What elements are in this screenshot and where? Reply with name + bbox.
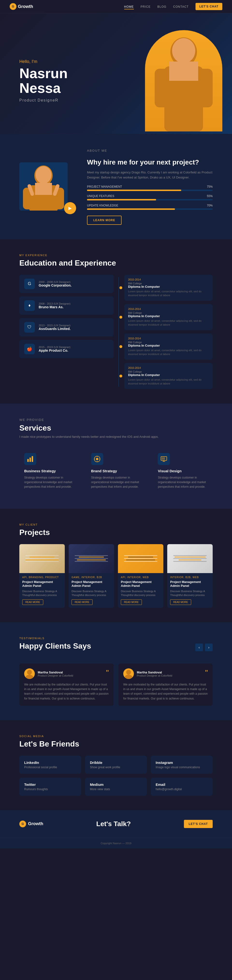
job-item-2: 🛡 2013 - 2015 (UX Designer) AssGuards Li… bbox=[19, 318, 114, 336]
job-company-0: Google Corporation. bbox=[39, 283, 72, 287]
skill-value-3: 70% bbox=[207, 204, 213, 207]
about-person-svg bbox=[22, 162, 65, 210]
skill-fill-2 bbox=[87, 199, 156, 200]
service-desc-2: Strategy develops customer in organizati… bbox=[158, 476, 208, 489]
job-list: G 2000 - 2008 (UX Designer) Google Corpo… bbox=[19, 275, 114, 389]
footer-brand-name: Growth bbox=[28, 821, 43, 826]
service-desc-1: Strategy develops customer in organizati… bbox=[91, 476, 141, 489]
hero-name: Nasrun Nessa bbox=[19, 66, 121, 95]
service-desc-0: Strategy develops customer in organizati… bbox=[24, 476, 74, 489]
job-item-1: ♦ 2008 - 2013 (UX Designer) Bruno Mars A… bbox=[19, 296, 114, 315]
project-readmore-2[interactable]: READ MORE bbox=[121, 600, 142, 605]
footer-cta-heading: Let's Talk? bbox=[96, 820, 131, 828]
testimonials-label: TESTIMONIALS bbox=[19, 637, 91, 640]
edu-item-2: 2010-2014 BM College Diploma In Computer… bbox=[124, 334, 213, 360]
learn-more-button[interactable]: LEARN MORE bbox=[87, 216, 122, 225]
testimonials-nav: ‹ › bbox=[195, 644, 213, 651]
edu-school-3: BM College bbox=[128, 370, 209, 373]
edu-desc-3: Lorem ipsum dolor sit amet, consectetur … bbox=[128, 378, 209, 386]
svg-point-27 bbox=[27, 670, 32, 675]
logo[interactable]: G Growth bbox=[10, 3, 33, 10]
play-button[interactable]: ▶ bbox=[64, 202, 76, 214]
social-dribble-handle: Show great work profile bbox=[90, 765, 142, 769]
social-medium[interactable]: Medium More view stats bbox=[85, 778, 147, 796]
social-grid: LinkedIn Professional social profile Dri… bbox=[19, 756, 213, 796]
experience-grid: G 2000 - 2008 (UX Designer) Google Corpo… bbox=[19, 275, 213, 389]
job-item-3: 🍎 2015 - 2019 (UX Designer) Apple Produc… bbox=[19, 340, 114, 358]
social-dribble-name: Dribble bbox=[90, 760, 142, 765]
education-list: 2010-2014 BM College Diploma In Computer… bbox=[118, 275, 213, 389]
hero-name-line1: Nasrun bbox=[19, 65, 68, 81]
social-linkedin-handle: Professional social profile bbox=[24, 765, 76, 769]
testi-role-1: Product Designer at Colorfield bbox=[137, 674, 172, 677]
job-icon-2: 🛡 bbox=[24, 322, 35, 332]
nav-links: HOME PRICE BLOG CONTACT LET'S CHAT bbox=[124, 3, 222, 10]
svg-point-30 bbox=[125, 675, 133, 679]
about-heading: Why hire me for your next project? bbox=[87, 158, 213, 166]
hero-greeting: Hello, I'm bbox=[19, 59, 121, 64]
service-item-0: Business Strategy Strategy develops cust… bbox=[19, 448, 79, 494]
testimonials-prev-button[interactable]: ‹ bbox=[195, 644, 203, 651]
edu-item-1: 2010-2014 BM College Diploma In Computer… bbox=[124, 304, 213, 330]
social-email-handle: hello@growth.digital bbox=[156, 788, 208, 791]
about-section: ▶ ABOUT ME Why hire me for your next pro… bbox=[0, 134, 232, 239]
project-title-2: Project Management Admin Panel bbox=[121, 580, 160, 588]
svg-point-4 bbox=[172, 38, 195, 63]
skill-update-knowledge: UPDATE KNOWLEDGE 70% bbox=[87, 204, 213, 210]
skill-value-1: 75% bbox=[207, 185, 213, 188]
skill-fill-3 bbox=[87, 208, 175, 210]
nav-blog[interactable]: BLOG bbox=[157, 5, 166, 8]
svg-rect-5 bbox=[169, 62, 198, 81]
testi-avatar-0 bbox=[24, 668, 35, 679]
nav-contact[interactable]: CONTACT bbox=[173, 5, 189, 8]
hero-name-line2: Nessa bbox=[19, 80, 61, 96]
testi-name-1: Martha Sandoval bbox=[137, 671, 172, 674]
svg-rect-11 bbox=[35, 183, 52, 195]
project-desc-3: Discover Business Strategy A Thoughtful … bbox=[170, 590, 210, 597]
social-linkedin[interactable]: LinkedIn Professional social profile bbox=[19, 756, 81, 774]
svg-rect-3 bbox=[198, 69, 213, 107]
project-readmore-1[interactable]: READ MORE bbox=[72, 600, 93, 605]
social-instagram[interactable]: Instagram Image logo visual communicatio… bbox=[151, 756, 213, 774]
edu-title-0: Diploma In Computer bbox=[128, 285, 209, 288]
navbar: G Growth HOME PRICE BLOG CONTACT LET'S C… bbox=[0, 0, 232, 13]
skill-label-3: UPDATE KNOWLEDGE bbox=[87, 204, 118, 207]
skill-unique-features: UNIQUE FEATURES 55% bbox=[87, 194, 213, 200]
job-company-1: Bruno Mars As. bbox=[39, 305, 70, 309]
project-readmore-0[interactable]: READ MORE bbox=[22, 600, 43, 605]
services-grid: Business Strategy Strategy develops cust… bbox=[19, 448, 213, 494]
nav-chat-button[interactable]: LET'S CHAT bbox=[195, 3, 222, 10]
social-twitter[interactable]: Twitter Rumours thoughts bbox=[19, 778, 81, 796]
nav-price[interactable]: PRICE bbox=[141, 5, 151, 8]
job-period-3: 2015 - 2019 (UX Designer) bbox=[39, 346, 70, 348]
social-instagram-name: Instagram bbox=[156, 760, 208, 765]
social-email[interactable]: Email hello@growth.digital bbox=[151, 778, 213, 796]
project-tags-3: INTERIOR, B2B, WEB bbox=[170, 576, 210, 579]
social-dribble[interactable]: Dribble Show great work profile bbox=[85, 756, 147, 774]
project-tags-2: API, INTERIOR, WEB bbox=[121, 576, 160, 579]
about-image bbox=[19, 162, 68, 210]
hero-text: Hello, I'm Nasrun Nessa Product DesigneR bbox=[19, 59, 121, 103]
social-label: SOCIAL MEDIA bbox=[19, 735, 213, 738]
about-description: Meet my startup design agency Drago Rio.… bbox=[87, 170, 213, 180]
footer-cta: Let's Talk? bbox=[96, 820, 131, 828]
social-instagram-handle: Image logo visual communications bbox=[156, 765, 208, 769]
social-medium-handle: More view stats bbox=[90, 788, 142, 791]
edu-period-0: 2010-2014 bbox=[128, 278, 209, 281]
services-section: WE PROVIDE Services I made nice prototyp… bbox=[0, 404, 232, 509]
about-image-wrap: ▶ bbox=[19, 162, 72, 210]
project-readmore-3[interactable]: READ MORE bbox=[170, 600, 191, 605]
social-medium-name: Medium bbox=[90, 783, 142, 787]
service-title-0: Business Strategy bbox=[24, 469, 74, 473]
nav-home[interactable]: HOME bbox=[124, 5, 134, 10]
testimonials-next-button[interactable]: › bbox=[205, 644, 213, 651]
svg-rect-16 bbox=[32, 456, 33, 462]
edu-school-2: BM College bbox=[128, 341, 209, 344]
svg-rect-15 bbox=[29, 458, 31, 462]
footer-logo: G Growth bbox=[19, 821, 43, 827]
footer-chat-button[interactable]: LET'S CHAT bbox=[184, 820, 213, 828]
footer-copyright: Copyright Nasrun — 2019 bbox=[0, 838, 232, 848]
edu-desc-2: Lorem ipsum dolor sit amet, consectetur … bbox=[128, 348, 209, 356]
hero-section: Hello, I'm Nasrun Nessa Product DesigneR bbox=[0, 13, 232, 134]
job-icon-1: ♦ bbox=[24, 300, 35, 311]
